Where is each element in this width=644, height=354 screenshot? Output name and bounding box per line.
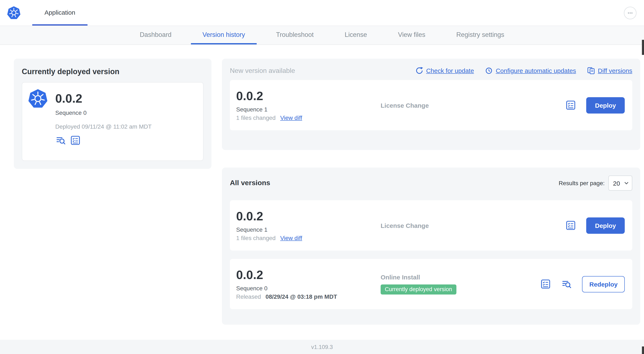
scrollbar-thumb[interactable] — [642, 40, 644, 55]
results-per-page-label: Results per page: — [559, 180, 605, 186]
view-diff-link[interactable]: View diff — [280, 114, 302, 121]
check-for-update-link[interactable]: Check for update — [415, 67, 474, 75]
new-version-header: New version available Check for update C… — [230, 67, 632, 75]
app-root: Application Dashboard Version history Tr… — [0, 0, 644, 354]
results-per-page-select[interactable]: 20 — [608, 176, 632, 191]
release-notes-icon — [540, 279, 551, 289]
all-versions-title: All versions — [230, 179, 270, 187]
all-versions-header: All versions Results per page: 20 — [230, 176, 632, 191]
app-footer: v1.109.3 — [0, 340, 644, 354]
view-logs-icon — [561, 279, 572, 289]
source-label: License Change — [380, 102, 565, 109]
tab-license[interactable]: License — [333, 26, 379, 45]
current-version-panel: Currently deployed version 0.0.2 Sequenc… — [14, 59, 212, 169]
configure-automatic-updates-label: Configure automatic updates — [496, 67, 576, 74]
view-logs-icon — [55, 135, 66, 146]
release-notes-button[interactable] — [565, 100, 576, 111]
more-menu-button[interactable] — [624, 7, 636, 19]
current-version-details: 0.0.2 Sequence 0 Deployed 09/11/24 @ 11:… — [55, 88, 152, 155]
deploy-button[interactable]: Deploy — [586, 217, 625, 234]
sequence-label: Sequence 0 — [55, 110, 152, 116]
version-number: 0.0.2 — [236, 210, 380, 224]
view-logs-button[interactable] — [55, 135, 66, 146]
version-row: 0.0.2 Sequence 1 1 files changed View di… — [230, 200, 632, 250]
files-changed-row: 1 files changed View diff — [236, 114, 380, 121]
release-notes-button[interactable] — [565, 220, 576, 231]
tab-view-files[interactable]: View files — [386, 26, 437, 45]
source-label: Online Install — [380, 273, 540, 281]
scrollbar-thumb[interactable] — [642, 346, 644, 354]
release-notes-button[interactable] — [70, 135, 81, 146]
deploy-button[interactable]: Deploy — [586, 97, 625, 113]
current-version-actions — [55, 135, 152, 146]
released-date: 08/29/24 @ 03:18 pm MDT — [266, 293, 337, 300]
files-changed-row: 1 files changed View diff — [236, 234, 380, 241]
diff-icon — [587, 67, 595, 75]
app-tab-label: Application — [44, 9, 75, 16]
check-for-update-label: Check for update — [426, 67, 474, 74]
refresh-icon — [415, 67, 423, 75]
update-actions: Check for update Configure automatic upd… — [415, 67, 632, 75]
release-notes-icon — [565, 100, 576, 111]
version-info: 0.0.2 Sequence 0 Released 08/29/24 @ 03:… — [236, 268, 380, 300]
kubernetes-logo-icon — [7, 6, 21, 20]
app-header: Application — [0, 0, 644, 26]
files-changed-label: 1 files changed — [236, 114, 276, 121]
release-notes-icon — [70, 135, 81, 146]
tab-registry-settings[interactable]: Registry settings — [444, 26, 516, 45]
version-actions: Redeploy — [540, 276, 625, 292]
clock-icon — [485, 67, 493, 75]
sequence-label: Sequence 1 — [236, 106, 380, 113]
chevron-down-icon — [624, 182, 628, 184]
results-per-page-value: 20 — [613, 180, 620, 187]
console-version: v1.109.3 — [311, 344, 333, 350]
new-version-title: New version available — [230, 67, 295, 74]
version-actions: Deploy — [565, 217, 625, 234]
configure-automatic-updates-link[interactable]: Configure automatic updates — [485, 67, 576, 75]
version-source: License Change — [380, 222, 565, 229]
new-version-card: 0.0.2 Sequence 1 1 files changed View di… — [230, 80, 632, 130]
kubernetes-logo-icon — [28, 88, 48, 109]
view-logs-button[interactable] — [561, 279, 572, 289]
ellipsis-icon — [626, 9, 634, 17]
files-changed-label: 1 files changed — [236, 234, 276, 241]
version-number: 0.0.2 — [236, 90, 380, 104]
currently-deployed-badge: Currently deployed version — [380, 284, 456, 294]
released-row: Released 08/29/24 @ 03:18 pm MDT — [236, 293, 380, 300]
source-label: License Change — [380, 222, 565, 229]
view-diff-link[interactable]: View diff — [280, 234, 302, 241]
new-version-panel: New version available Check for update C… — [222, 59, 640, 150]
results-per-page: Results per page: 20 — [559, 176, 632, 191]
version-info: 0.0.2 Sequence 1 1 files changed View di… — [236, 210, 380, 241]
diff-versions-label: Diff versions — [598, 67, 632, 74]
app-tab-application[interactable]: Application — [32, 0, 88, 26]
version-source: License Change — [380, 102, 565, 109]
version-number: 0.0.2 — [55, 92, 152, 106]
release-notes-icon — [565, 220, 576, 231]
tab-troubleshoot[interactable]: Troubleshoot — [264, 26, 325, 45]
diff-versions-link[interactable]: Diff versions — [587, 67, 632, 75]
all-versions-panel: All versions Results per page: 20 0.0.2 … — [222, 168, 640, 325]
deployed-timestamp: Deployed 09/11/24 @ 11:02 am MDT — [55, 123, 152, 130]
current-version-card: 0.0.2 Sequence 0 Deployed 09/11/24 @ 11:… — [22, 82, 204, 161]
released-label: Released — [236, 293, 261, 300]
tab-version-history[interactable]: Version history — [191, 26, 257, 45]
redeploy-button[interactable]: Redeploy — [582, 276, 625, 292]
nav-tabs: Dashboard Version history Troubleshoot L… — [0, 26, 644, 45]
current-version-title: Currently deployed version — [22, 67, 204, 77]
version-number: 0.0.2 — [236, 268, 380, 282]
version-actions: Deploy — [565, 97, 625, 113]
version-source: Online Install Currently deployed versio… — [380, 273, 540, 294]
sequence-label: Sequence 1 — [236, 226, 380, 233]
main-content: Currently deployed version 0.0.2 Sequenc… — [0, 45, 644, 340]
tab-dashboard[interactable]: Dashboard — [128, 26, 183, 45]
logo-container — [0, 0, 21, 26]
version-info: 0.0.2 Sequence 1 1 files changed View di… — [236, 90, 380, 121]
release-notes-button[interactable] — [540, 279, 551, 289]
version-row: 0.0.2 Sequence 0 Released 08/29/24 @ 03:… — [230, 259, 632, 309]
sequence-label: Sequence 0 — [236, 285, 380, 291]
